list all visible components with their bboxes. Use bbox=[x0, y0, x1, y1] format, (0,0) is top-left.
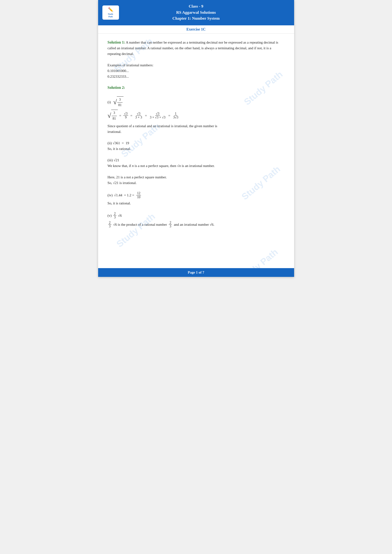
part-v-expr-row: (v) 2 3 √6 bbox=[108, 212, 285, 219]
part-i-working: √ 3 81 = √3 9 = √3 3 × 3 bbox=[108, 110, 285, 121]
part-v-label: (v) bbox=[108, 213, 112, 218]
part-i-label: (i) bbox=[108, 99, 111, 105]
part-i: (i) √ 3 81 √ 3 bbox=[108, 97, 285, 140]
class-label: Class - 9 bbox=[103, 3, 289, 9]
examples-heading: Examples of irrational numbers: bbox=[108, 62, 285, 68]
solution-2-heading: Solution 2: bbox=[108, 85, 125, 90]
solution-1-block: Solution 1: A number that can neither be… bbox=[108, 39, 285, 80]
part-v: (v) 2 3 √6 2 3 √6 is the product of a ra… bbox=[108, 212, 285, 228]
solution-1-body: A number that can neither be expressed a… bbox=[108, 41, 278, 56]
part-ii: (ii) √361 = 19 So, it is rational. bbox=[108, 140, 285, 157]
frac-2-3-v-text: 2 3 bbox=[108, 221, 111, 228]
exercise-title: Exercise 1C bbox=[186, 27, 205, 31]
part-iii-conclusion: So, √21 is irrational. bbox=[108, 180, 285, 186]
header-title: Class - 9 RS Aggarwal Solutions Chapter … bbox=[103, 3, 289, 21]
sqrt-3-81: √ 3 81 bbox=[108, 110, 118, 121]
part-v-text-row: 2 3 √6 is the product of a rational numb… bbox=[108, 221, 285, 228]
part-iii-text: We know that, if n is a not a perfect sq… bbox=[108, 163, 285, 169]
part-i-conclusion: Since quotient of a rational and an irra… bbox=[108, 123, 285, 135]
part-iv: (iv) √1.44 = 1.2 = 12 10 So, it is ratio… bbox=[108, 191, 285, 212]
frac-2-3-v-expr: 2 3 bbox=[113, 212, 116, 219]
part-iii: (iii) √21 We know that, if n is a not a … bbox=[108, 157, 285, 191]
solution-1-heading: Solution 1: bbox=[108, 40, 125, 44]
sqrt-content-i: 3 81 bbox=[117, 97, 124, 108]
part-iv-expr-row: (iv) √1.44 = 1.2 = 12 10 bbox=[108, 191, 285, 199]
frac-1-3sqrt3: 1 3√3 bbox=[173, 112, 179, 119]
part-iv-label: (iv) bbox=[108, 192, 113, 198]
logo-text: StudyPath bbox=[108, 13, 113, 18]
part-iii-label: (iii) bbox=[108, 158, 113, 162]
part-iii-expr: (iii) √21 bbox=[108, 157, 285, 163]
example-2: 0.232332333... bbox=[108, 74, 285, 79]
part-i-expr: √ 3 81 bbox=[113, 97, 124, 108]
subtitle-label: RS Aggarwal Solutions bbox=[103, 9, 289, 16]
part-ii-conclusion: So, it is rational. bbox=[108, 146, 285, 152]
logo: ✏️ StudyPath bbox=[102, 6, 119, 20]
frac-sqrt3-3x3: √3 3 × 3 bbox=[135, 112, 143, 119]
page-header: ✏️ StudyPath Class - 9 RS Aggarwal Solut… bbox=[98, 0, 294, 25]
solution-1-text: Solution 1: A number that can neither be… bbox=[108, 39, 285, 57]
frac-sqrt3-3xsqrt3xsqrt3: √3 3 × √3 × √3 bbox=[149, 112, 166, 119]
content-area: Study Path Study Path Study Path Study P… bbox=[98, 34, 294, 238]
part-ii-expr: (ii) √361 = 19 bbox=[108, 140, 285, 146]
page-footer: Page 1 of 7 bbox=[98, 268, 294, 277]
sqrt-radical-i: √ bbox=[113, 99, 117, 105]
chapter-label: Chapter 1: Number System bbox=[103, 15, 289, 21]
part-iv-conclusion: So, it is rational. bbox=[108, 200, 285, 206]
solution-2-block: Solution 2: (i) √ 3 81 bbox=[108, 84, 285, 228]
example-1: 0.101001000... bbox=[108, 68, 285, 74]
page-number: Page 1 of 7 bbox=[188, 270, 204, 274]
exercise-bar: Exercise 1C bbox=[98, 25, 294, 34]
logo-icon: ✏️ bbox=[108, 7, 113, 13]
part-iii-text2: Here, 21 is a not a perfect square numbe… bbox=[108, 174, 285, 180]
frac-2-3-v-rational: 2 3 bbox=[169, 221, 172, 228]
frac-12-10: 12 10 bbox=[136, 191, 141, 199]
frac-sqrt3-9: √3 9 bbox=[123, 112, 128, 119]
part-ii-label: (ii) bbox=[108, 141, 112, 145]
